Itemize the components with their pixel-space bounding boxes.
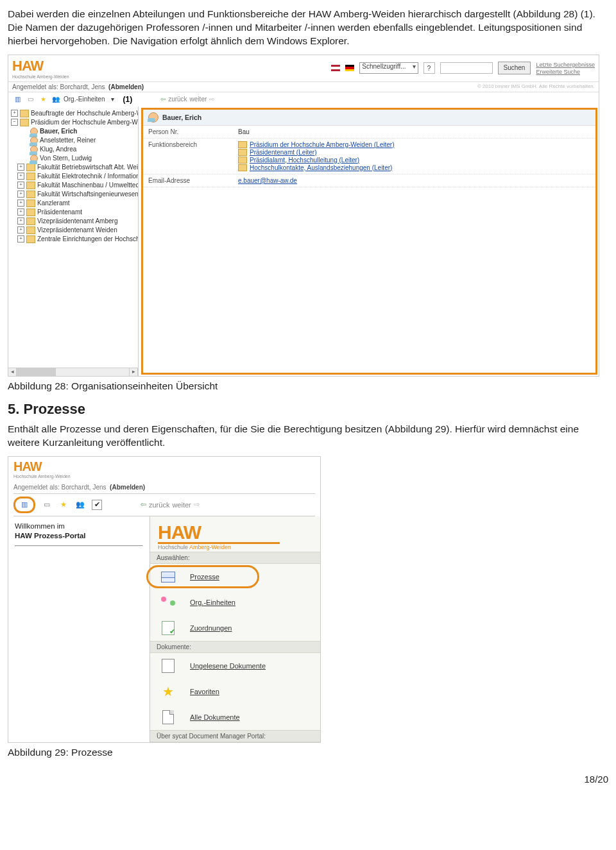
folder-icon bbox=[26, 217, 35, 225]
processes-tab-icon[interactable]: ▥ bbox=[19, 500, 30, 510]
tree-item[interactable]: +Beauftragte der Hochschule Amberg-Weide… bbox=[10, 109, 137, 118]
back-arrow-icon[interactable]: ⇦ bbox=[160, 96, 166, 103]
tree-item[interactable]: +Fakultät Maschinenbau / Umwelttechnik A… bbox=[10, 181, 137, 190]
menu-item-zuordnungen[interactable]: Zuordnungen bbox=[150, 615, 320, 641]
org-tree-pane: +Beauftragte der Hochschule Amberg-Weide… bbox=[8, 106, 139, 376]
menu-item-alledokumente[interactable]: Alle Dokumente bbox=[150, 704, 320, 730]
funktionsbereich-link[interactable]: Präsidium der Hochschule Amberg-Weiden (… bbox=[238, 141, 590, 148]
back-link[interactable]: zurück bbox=[168, 96, 187, 103]
funktionsbereich-link[interactable]: Hochschulkontakte, Auslandsbeziehungen (… bbox=[238, 164, 590, 171]
assignments-icon bbox=[162, 621, 175, 635]
horizontal-scrollbar[interactable]: ◂▸ bbox=[8, 368, 138, 376]
person-icon bbox=[30, 137, 38, 144]
back-arrow-icon[interactable]: ⇦ bbox=[141, 500, 146, 509]
tree-item[interactable]: +Vizepräsidentenamt Amberg bbox=[10, 217, 137, 226]
section-header: Dokumente: bbox=[150, 641, 320, 653]
tree-item[interactable]: Anselstetter, Reiner bbox=[10, 136, 137, 145]
folder-icon bbox=[238, 149, 247, 156]
favorites-tab-icon[interactable]: ★ bbox=[38, 94, 48, 105]
last-results-link[interactable]: Letzte Suchergebnisse bbox=[536, 62, 595, 68]
logout-link[interactable]: (Abmelden) bbox=[108, 83, 144, 90]
funktionsbereich-link[interactable]: Präsidentenamt (Leiter) bbox=[238, 149, 590, 156]
field-label: Person Nr. bbox=[148, 128, 238, 135]
person-icon bbox=[30, 128, 38, 135]
star-icon: ★ bbox=[162, 684, 174, 699]
app-logo: HAW Hochschule Amberg-Weiden bbox=[13, 459, 315, 479]
documents-tab-icon[interactable]: ▭ bbox=[42, 500, 52, 510]
menu-item-prozesse[interactable]: Prozesse bbox=[150, 564, 320, 590]
processes-icon bbox=[161, 572, 175, 582]
folder-icon bbox=[26, 173, 35, 180]
annotation-circle: ▥ bbox=[13, 497, 35, 513]
section-heading-prozesse: 5. Prozesse bbox=[8, 401, 608, 418]
tree-item[interactable]: +Fakultät Betriebswirtschaft Abt. Weiden bbox=[10, 163, 137, 172]
folder-icon bbox=[26, 164, 35, 171]
tree-item[interactable]: +Präsidentenamt bbox=[10, 208, 137, 217]
search-input[interactable] bbox=[440, 62, 493, 74]
search-button[interactable]: Suchen bbox=[498, 62, 531, 74]
flag-us-icon[interactable] bbox=[331, 65, 340, 71]
tree-item[interactable]: +Fakultät Wirtschaftsingenieurwesen Abt. bbox=[10, 190, 137, 199]
folder-icon bbox=[26, 191, 35, 198]
tree-item[interactable]: +Zentrale Einrichtungen der Hochschule A… bbox=[10, 235, 137, 244]
person-icon bbox=[30, 155, 38, 162]
figure-28-caption: Abbildung 28: Organisationseinheiten Übe… bbox=[8, 380, 608, 392]
unread-docs-icon bbox=[162, 659, 175, 673]
favorites-tab-icon[interactable]: ★ bbox=[58, 500, 69, 510]
tree-item[interactable]: Von Stern, Ludwig bbox=[10, 154, 137, 163]
processes-tab-icon[interactable]: ▥ bbox=[12, 94, 22, 105]
figure-29-screenshot: HAW Hochschule Amberg-Weiden Angemeldet … bbox=[8, 456, 321, 743]
documents-tab-icon[interactable]: ▭ bbox=[25, 94, 35, 105]
folder-icon bbox=[26, 200, 35, 207]
assignments-tab-icon[interactable]: ✔ bbox=[92, 500, 102, 510]
tree-item-selected[interactable]: Bauer, Erich bbox=[10, 127, 137, 136]
folder-icon bbox=[20, 119, 29, 126]
logout-link[interactable]: (Abmelden) bbox=[110, 484, 145, 491]
quickaccess-select[interactable]: Schnellzugriff... bbox=[359, 62, 418, 74]
email-link[interactable]: e.bauer@haw-aw.de bbox=[238, 177, 590, 184]
document-icon bbox=[162, 710, 174, 724]
help-button[interactable]: ? bbox=[424, 62, 435, 74]
portal-logo: HAW Hochschule Amberg-Weiden bbox=[150, 516, 320, 552]
tree-item[interactable]: +Fakultät Elektrotechnik / Informationst… bbox=[10, 172, 137, 181]
orgunits-tab-icon[interactable]: 👥 bbox=[75, 500, 85, 510]
field-label: Funktionsbereich bbox=[148, 141, 238, 171]
person-icon bbox=[30, 146, 38, 153]
folder-icon bbox=[238, 157, 247, 164]
figure-28-screenshot: HAW Hochschule Amberg-Weiden Schnellzugr… bbox=[8, 55, 599, 377]
tree-item[interactable]: Klug, Andrea bbox=[10, 145, 137, 154]
intro-paragraph: Dabei werden die einzelnen Abteilungen u… bbox=[8, 8, 608, 48]
annotation-1: (1) bbox=[123, 95, 132, 104]
flag-de-icon[interactable] bbox=[345, 65, 354, 71]
forward-arrow-icon: ⇨ bbox=[209, 96, 214, 103]
orgunits-tab-label[interactable]: Org.-Einheiten bbox=[64, 96, 105, 103]
menu-item-orgeinheiten[interactable]: Org.-Einheiten bbox=[150, 590, 320, 615]
login-status: Angemeldet als: Borchardt, Jens (Abmelde… bbox=[12, 83, 144, 90]
menu-item-ungelesene[interactable]: Ungelesene Dokumente bbox=[150, 653, 320, 679]
page-number: 18/20 bbox=[8, 774, 608, 785]
tree-item[interactable]: −Präsidium der Hochschule Amberg-Weiden bbox=[10, 118, 137, 127]
forward-link: weiter bbox=[190, 96, 207, 103]
forward-arrow-icon: ⇨ bbox=[194, 500, 200, 509]
tree-item[interactable]: +Kanzleramt bbox=[10, 199, 137, 208]
field-value: Bau bbox=[238, 128, 590, 135]
folder-icon bbox=[26, 182, 35, 189]
divider bbox=[15, 545, 143, 547]
detail-panel: Bauer, Erich Person Nr. Bau Funktionsber… bbox=[141, 108, 597, 375]
advanced-search-link[interactable]: Erweiterte Suche bbox=[536, 69, 595, 75]
login-status: Angemeldet als: Borchardt, Jens (Abmelde… bbox=[8, 481, 320, 493]
section-header: Auswählen: bbox=[150, 552, 320, 564]
folder-icon bbox=[26, 235, 35, 243]
folder-icon bbox=[26, 208, 35, 216]
back-link[interactable]: zurück bbox=[149, 501, 169, 509]
dropdown-icon[interactable]: ▾ bbox=[107, 94, 117, 105]
tree-item[interactable]: +Vizepräsidentenamt Weiden bbox=[10, 226, 137, 235]
orgunits-tab-icon[interactable]: 👥 bbox=[51, 94, 61, 105]
menu-item-favoriten[interactable]: ★ Favoriten bbox=[150, 679, 320, 704]
person-icon bbox=[148, 112, 158, 123]
detail-name: Bauer, Erich bbox=[162, 114, 201, 121]
copyright-text: © 2010 binner IMS GmbH. Alle Rechte vorb… bbox=[477, 83, 595, 90]
section-header: Über sycat Document Manager Portal: bbox=[150, 730, 320, 742]
funktionsbereich-link[interactable]: Präsidialamt, Hochschulleitung (Leiter) bbox=[238, 157, 590, 164]
figure-29-caption: Abbildung 29: Prozesse bbox=[8, 747, 608, 758]
